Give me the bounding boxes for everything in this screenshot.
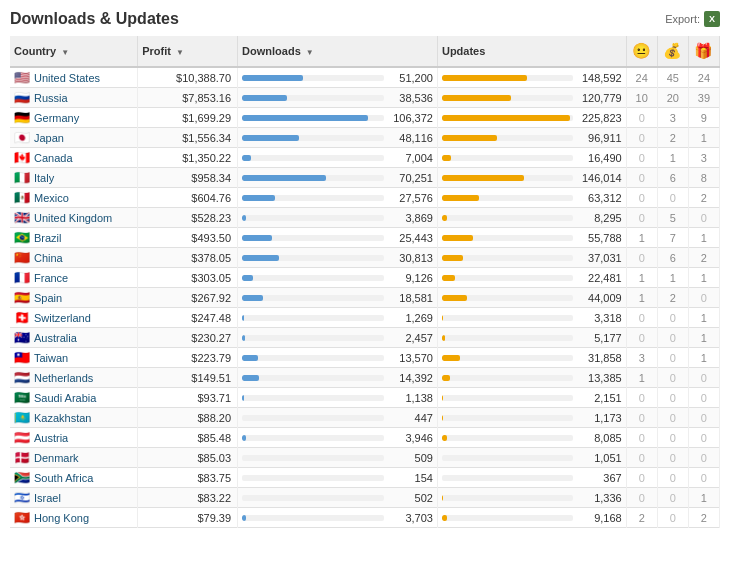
profit-cell: $493.50	[138, 228, 238, 248]
country-link[interactable]: Australia	[34, 332, 77, 344]
updates-number: 13,385	[577, 372, 622, 384]
table-row: 🇨🇭 Switzerland $247.48 1,269 3,318 0 0 1	[10, 308, 720, 328]
updates-number: 8,295	[577, 212, 622, 224]
sort-arrow-country: ▼	[61, 48, 69, 57]
downloads-cell: 51,200	[238, 67, 438, 88]
downloads-cell: 18,581	[238, 288, 438, 308]
downloads-cell: 48,116	[238, 128, 438, 148]
th-country[interactable]: Country ▼	[10, 36, 138, 67]
table-row: 🇪🇸 Spain $267.92 18,581 44,009 1 2 0	[10, 288, 720, 308]
flag-icon: 🇿🇦	[14, 471, 30, 484]
profit-cell: $10,388.70	[138, 67, 238, 88]
updates-cell: 96,911	[437, 128, 626, 148]
country-link[interactable]: France	[34, 272, 68, 284]
col3-val: 0	[688, 448, 719, 468]
flag-icon: 🇩🇪	[14, 111, 30, 124]
country-link[interactable]: Brazil	[34, 232, 62, 244]
col3-val: 9	[688, 108, 719, 128]
col1-val: 0	[626, 388, 657, 408]
updates-number: 3,318	[577, 312, 622, 324]
col2-val: 0	[657, 428, 688, 448]
col1-val: 0	[626, 468, 657, 488]
col2-val: 0	[657, 408, 688, 428]
country-link[interactable]: United Kingdom	[34, 212, 112, 224]
col2-val: 6	[657, 248, 688, 268]
country-link[interactable]: Austria	[34, 432, 68, 444]
country-link[interactable]: Netherlands	[34, 372, 93, 384]
profit-cell: $1,699.29	[138, 108, 238, 128]
country-link[interactable]: Denmark	[34, 452, 79, 464]
downloads-number: 13,570	[388, 352, 433, 364]
downloads-cell: 106,372	[238, 108, 438, 128]
updates-number: 146,014	[577, 172, 622, 184]
flag-icon: 🇬🇧	[14, 211, 30, 224]
downloads-number: 3,946	[388, 432, 433, 444]
downloads-number: 18,581	[388, 292, 433, 304]
downloads-number: 509	[388, 452, 433, 464]
flag-icon: 🇺🇸	[14, 71, 30, 84]
col3-val: 0	[688, 288, 719, 308]
col2-val: 7	[657, 228, 688, 248]
downloads-number: 70,251	[388, 172, 433, 184]
col1-val: 24	[626, 67, 657, 88]
th-icon2: 💰	[657, 36, 688, 67]
col2-val: 0	[657, 368, 688, 388]
th-updates[interactable]: Updates	[437, 36, 626, 67]
downloads-cell: 502	[238, 488, 438, 508]
updates-number: 31,858	[577, 352, 622, 364]
country-link[interactable]: Kazakhstan	[34, 412, 91, 424]
updates-cell: 44,009	[437, 288, 626, 308]
updates-cell: 1,336	[437, 488, 626, 508]
col1-val: 3	[626, 348, 657, 368]
country-link[interactable]: China	[34, 252, 63, 264]
country-link[interactable]: United States	[34, 72, 100, 84]
col2-val: 0	[657, 468, 688, 488]
table-row: 🇺🇸 United States $10,388.70 51,200 148,5…	[10, 67, 720, 88]
country-cell: 🇲🇽 Mexico	[10, 188, 138, 208]
flag-icon: 🇩🇰	[14, 451, 30, 464]
table-row: 🇮🇹 Italy $958.34 70,251 146,014 0 6 8	[10, 168, 720, 188]
col1-val: 0	[626, 248, 657, 268]
col2-val: 2	[657, 128, 688, 148]
export-icon[interactable]: X	[704, 11, 720, 27]
country-link[interactable]: Hong Kong	[34, 512, 89, 524]
updates-number: 1,336	[577, 492, 622, 504]
country-link[interactable]: South Africa	[34, 472, 93, 484]
page-header: Downloads & Updates Export: X	[10, 10, 720, 28]
country-cell: 🇪🇸 Spain	[10, 288, 138, 308]
country-link[interactable]: Canada	[34, 152, 73, 164]
country-link[interactable]: Italy	[34, 172, 54, 184]
flag-icon: 🇸🇦	[14, 391, 30, 404]
updates-cell: 3,318	[437, 308, 626, 328]
country-link[interactable]: Taiwan	[34, 352, 68, 364]
country-link[interactable]: Switzerland	[34, 312, 91, 324]
country-cell: 🇹🇼 Taiwan	[10, 348, 138, 368]
updates-cell: 120,779	[437, 88, 626, 108]
country-cell: 🇨🇦 Canada	[10, 148, 138, 168]
col1-val: 0	[626, 208, 657, 228]
table-row: 🇩🇰 Denmark $85.03 509 1,051 0 0 0	[10, 448, 720, 468]
flag-icon: 🇳🇱	[14, 371, 30, 384]
flag-icon: 🇨🇦	[14, 151, 30, 164]
th-profit[interactable]: Profit ▼	[138, 36, 238, 67]
profit-cell: $85.48	[138, 428, 238, 448]
table-row: 🇨🇦 Canada $1,350.22 7,004 16,490 0 1 3	[10, 148, 720, 168]
col1-val: 2	[626, 508, 657, 528]
country-link[interactable]: Germany	[34, 112, 79, 124]
country-link[interactable]: Russia	[34, 92, 68, 104]
country-link[interactable]: Saudi Arabia	[34, 392, 96, 404]
country-link[interactable]: Israel	[34, 492, 61, 504]
updates-number: 37,031	[577, 252, 622, 264]
flag-icon: 🇧🇷	[14, 231, 30, 244]
country-link[interactable]: Japan	[34, 132, 64, 144]
country-link[interactable]: Spain	[34, 292, 62, 304]
table-row: 🇫🇷 France $303.05 9,126 22,481 1 1 1	[10, 268, 720, 288]
col2-val: 0	[657, 448, 688, 468]
country-cell: 🇨🇭 Switzerland	[10, 308, 138, 328]
country-cell: 🇫🇷 France	[10, 268, 138, 288]
downloads-number: 7,004	[388, 152, 433, 164]
th-downloads[interactable]: Downloads ▼	[238, 36, 438, 67]
downloads-cell: 3,946	[238, 428, 438, 448]
country-link[interactable]: Mexico	[34, 192, 69, 204]
col2-val: 0	[657, 508, 688, 528]
